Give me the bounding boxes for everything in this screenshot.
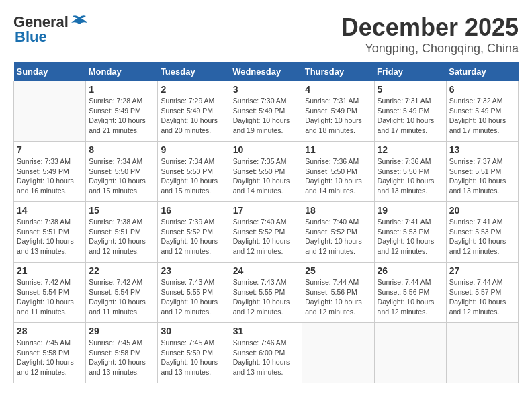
weekday-header-sunday: Sunday bbox=[14, 62, 86, 81]
weekday-header-row: SundayMondayTuesdayWednesdayThursdayFrid… bbox=[14, 62, 519, 81]
calendar-cell: 1Sunrise: 7:28 AM Sunset: 5:49 PM Daylig… bbox=[86, 81, 158, 142]
calendar-cell: 12Sunrise: 7:36 AM Sunset: 5:50 PM Dayli… bbox=[374, 142, 446, 202]
logo: General Blue bbox=[13, 13, 89, 46]
day-info: Sunrise: 7:41 AM Sunset: 5:53 PM Dayligh… bbox=[378, 217, 443, 257]
day-number: 19 bbox=[378, 205, 443, 216]
calendar-cell: 25Sunrise: 7:44 AM Sunset: 5:56 PM Dayli… bbox=[302, 263, 374, 323]
day-number: 12 bbox=[378, 144, 443, 155]
calendar-cell: 11Sunrise: 7:36 AM Sunset: 5:50 PM Dayli… bbox=[302, 142, 374, 202]
day-info: Sunrise: 7:31 AM Sunset: 5:49 PM Dayligh… bbox=[378, 96, 443, 136]
day-info: Sunrise: 7:39 AM Sunset: 5:52 PM Dayligh… bbox=[161, 217, 226, 257]
calendar-cell: 8Sunrise: 7:34 AM Sunset: 5:50 PM Daylig… bbox=[86, 142, 158, 202]
day-info: Sunrise: 7:45 AM Sunset: 5:58 PM Dayligh… bbox=[89, 338, 154, 377]
day-number: 6 bbox=[449, 84, 515, 95]
day-number: 27 bbox=[449, 265, 515, 276]
weekday-header-friday: Friday bbox=[374, 62, 446, 81]
day-number: 25 bbox=[305, 265, 371, 276]
day-number: 21 bbox=[17, 265, 83, 276]
calendar-cell: 17Sunrise: 7:40 AM Sunset: 5:52 PM Dayli… bbox=[230, 202, 302, 263]
day-info: Sunrise: 7:40 AM Sunset: 5:52 PM Dayligh… bbox=[233, 217, 300, 257]
day-info: Sunrise: 7:34 AM Sunset: 5:50 PM Dayligh… bbox=[161, 156, 226, 196]
day-number: 28 bbox=[17, 326, 83, 336]
day-info: Sunrise: 7:43 AM Sunset: 5:55 PM Dayligh… bbox=[233, 277, 300, 317]
calendar-cell: 19Sunrise: 7:41 AM Sunset: 5:53 PM Dayli… bbox=[374, 202, 446, 263]
weekday-header-tuesday: Tuesday bbox=[158, 62, 230, 81]
calendar-cell bbox=[374, 323, 446, 383]
day-info: Sunrise: 7:44 AM Sunset: 5:57 PM Dayligh… bbox=[449, 277, 515, 317]
calendar-table: SundayMondayTuesdayWednesdayThursdayFrid… bbox=[13, 62, 519, 383]
day-number: 15 bbox=[89, 205, 154, 216]
day-info: Sunrise: 7:34 AM Sunset: 5:50 PM Dayligh… bbox=[89, 156, 154, 196]
day-info: Sunrise: 7:45 AM Sunset: 5:58 PM Dayligh… bbox=[17, 338, 83, 377]
day-number: 24 bbox=[233, 265, 300, 276]
day-info: Sunrise: 7:38 AM Sunset: 5:51 PM Dayligh… bbox=[17, 217, 83, 257]
day-number: 2 bbox=[161, 84, 226, 95]
weekday-header-thursday: Thursday bbox=[302, 62, 374, 81]
day-info: Sunrise: 7:32 AM Sunset: 5:49 PM Dayligh… bbox=[449, 96, 515, 136]
day-number: 26 bbox=[378, 265, 443, 276]
day-number: 20 bbox=[449, 205, 515, 216]
title-area: December 2025 Yongping, Chongqing, China bbox=[341, 13, 519, 56]
day-info: Sunrise: 7:42 AM Sunset: 5:54 PM Dayligh… bbox=[17, 277, 83, 317]
calendar-cell: 3Sunrise: 7:30 AM Sunset: 5:49 PM Daylig… bbox=[230, 81, 302, 142]
day-number: 1 bbox=[89, 84, 154, 95]
day-number: 3 bbox=[233, 84, 300, 95]
day-info: Sunrise: 7:33 AM Sunset: 5:49 PM Dayligh… bbox=[17, 156, 83, 196]
calendar-week-row: 7Sunrise: 7:33 AM Sunset: 5:49 PM Daylig… bbox=[14, 142, 519, 202]
calendar-cell: 14Sunrise: 7:38 AM Sunset: 5:51 PM Dayli… bbox=[14, 202, 86, 263]
day-number: 29 bbox=[89, 326, 154, 336]
day-info: Sunrise: 7:41 AM Sunset: 5:53 PM Dayligh… bbox=[449, 217, 515, 257]
day-info: Sunrise: 7:38 AM Sunset: 5:51 PM Dayligh… bbox=[89, 217, 154, 257]
day-info: Sunrise: 7:30 AM Sunset: 5:49 PM Dayligh… bbox=[233, 96, 300, 136]
weekday-header-saturday: Saturday bbox=[446, 62, 518, 81]
day-info: Sunrise: 7:45 AM Sunset: 5:59 PM Dayligh… bbox=[161, 338, 226, 377]
calendar-cell: 31Sunrise: 7:46 AM Sunset: 6:00 PM Dayli… bbox=[230, 323, 302, 383]
calendar-cell: 23Sunrise: 7:43 AM Sunset: 5:55 PM Dayli… bbox=[158, 263, 230, 323]
calendar-cell bbox=[14, 81, 86, 142]
day-info: Sunrise: 7:31 AM Sunset: 5:49 PM Dayligh… bbox=[305, 96, 371, 136]
calendar-week-row: 14Sunrise: 7:38 AM Sunset: 5:51 PM Dayli… bbox=[14, 202, 519, 263]
calendar-cell: 7Sunrise: 7:33 AM Sunset: 5:49 PM Daylig… bbox=[14, 142, 86, 202]
day-number: 31 bbox=[233, 326, 300, 336]
calendar-cell: 13Sunrise: 7:37 AM Sunset: 5:51 PM Dayli… bbox=[446, 142, 518, 202]
day-number: 9 bbox=[161, 144, 226, 155]
calendar-cell: 15Sunrise: 7:38 AM Sunset: 5:51 PM Dayli… bbox=[86, 202, 158, 263]
calendar-cell: 29Sunrise: 7:45 AM Sunset: 5:58 PM Dayli… bbox=[86, 323, 158, 383]
day-number: 14 bbox=[17, 205, 83, 216]
calendar-cell: 9Sunrise: 7:34 AM Sunset: 5:50 PM Daylig… bbox=[158, 142, 230, 202]
day-number: 11 bbox=[305, 144, 371, 155]
calendar-cell: 4Sunrise: 7:31 AM Sunset: 5:49 PM Daylig… bbox=[302, 81, 374, 142]
day-number: 8 bbox=[89, 144, 154, 155]
day-number: 30 bbox=[161, 326, 226, 336]
calendar-cell: 22Sunrise: 7:42 AM Sunset: 5:54 PM Dayli… bbox=[86, 263, 158, 323]
day-info: Sunrise: 7:35 AM Sunset: 5:50 PM Dayligh… bbox=[233, 156, 300, 196]
logo-blue: Blue bbox=[15, 28, 47, 46]
day-info: Sunrise: 7:36 AM Sunset: 5:50 PM Dayligh… bbox=[305, 156, 371, 196]
day-number: 23 bbox=[161, 265, 226, 276]
day-info: Sunrise: 7:29 AM Sunset: 5:49 PM Dayligh… bbox=[161, 96, 226, 136]
calendar-week-row: 28Sunrise: 7:45 AM Sunset: 5:58 PM Dayli… bbox=[14, 323, 519, 383]
calendar-cell: 26Sunrise: 7:44 AM Sunset: 5:56 PM Dayli… bbox=[374, 263, 446, 323]
day-number: 17 bbox=[233, 205, 300, 216]
calendar-week-row: 1Sunrise: 7:28 AM Sunset: 5:49 PM Daylig… bbox=[14, 81, 519, 142]
calendar-cell bbox=[302, 323, 374, 383]
calendar-cell: 27Sunrise: 7:44 AM Sunset: 5:57 PM Dayli… bbox=[446, 263, 518, 323]
calendar-cell: 6Sunrise: 7:32 AM Sunset: 5:49 PM Daylig… bbox=[446, 81, 518, 142]
calendar-cell: 20Sunrise: 7:41 AM Sunset: 5:53 PM Dayli… bbox=[446, 202, 518, 263]
day-info: Sunrise: 7:43 AM Sunset: 5:55 PM Dayligh… bbox=[161, 277, 226, 317]
month-year-title: December 2025 bbox=[341, 13, 519, 42]
page-header: General Blue December 2025 Yongping, Cho… bbox=[13, 13, 519, 56]
calendar-cell: 24Sunrise: 7:43 AM Sunset: 5:55 PM Dayli… bbox=[230, 263, 302, 323]
day-info: Sunrise: 7:40 AM Sunset: 5:52 PM Dayligh… bbox=[305, 217, 371, 257]
calendar-cell: 21Sunrise: 7:42 AM Sunset: 5:54 PM Dayli… bbox=[14, 263, 86, 323]
calendar-cell bbox=[446, 323, 518, 383]
calendar-cell: 10Sunrise: 7:35 AM Sunset: 5:50 PM Dayli… bbox=[230, 142, 302, 202]
day-info: Sunrise: 7:46 AM Sunset: 6:00 PM Dayligh… bbox=[233, 338, 300, 377]
calendar-week-row: 21Sunrise: 7:42 AM Sunset: 5:54 PM Dayli… bbox=[14, 263, 519, 323]
calendar-cell: 18Sunrise: 7:40 AM Sunset: 5:52 PM Dayli… bbox=[302, 202, 374, 263]
calendar-cell: 2Sunrise: 7:29 AM Sunset: 5:49 PM Daylig… bbox=[158, 81, 230, 142]
day-number: 4 bbox=[305, 84, 371, 95]
day-number: 7 bbox=[17, 144, 83, 155]
day-info: Sunrise: 7:37 AM Sunset: 5:51 PM Dayligh… bbox=[449, 156, 515, 196]
day-info: Sunrise: 7:44 AM Sunset: 5:56 PM Dayligh… bbox=[305, 277, 371, 317]
